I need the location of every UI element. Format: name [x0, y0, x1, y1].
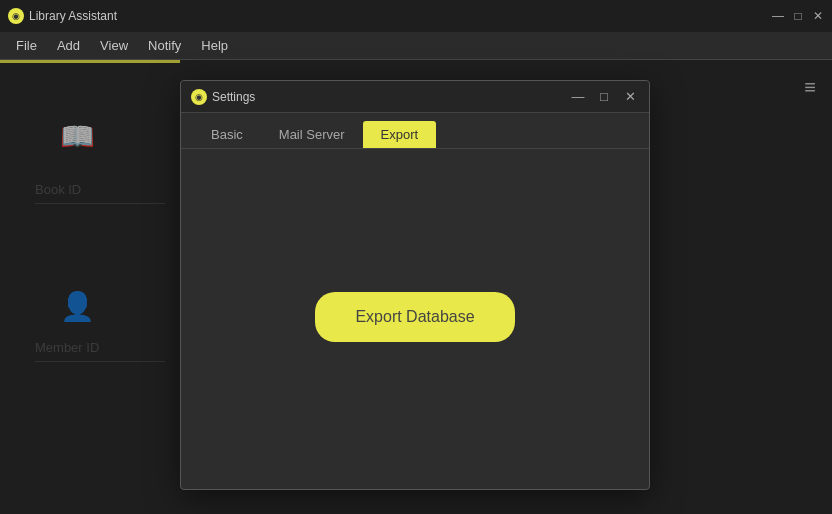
main-area: ≡ 📖 Book ID 👤 Member ID Issue ◉ Settings… [0, 60, 832, 514]
app-icon: ◉ [8, 8, 24, 24]
dialog-window-controls: — □ ✕ [569, 88, 639, 106]
dialog-title-bar: ◉ Settings — □ ✕ [181, 81, 649, 113]
close-button[interactable]: ✕ [812, 10, 824, 22]
tab-mail-server[interactable]: Mail Server [261, 121, 363, 148]
menu-file[interactable]: File [8, 36, 45, 55]
dialog-content: Export Database [181, 149, 649, 484]
dialog-close-button[interactable]: ✕ [621, 88, 639, 106]
dialog-maximize-button[interactable]: □ [595, 88, 613, 106]
menu-view[interactable]: View [92, 36, 136, 55]
dialog-app-icon: ◉ [191, 89, 207, 105]
dialog-tabs: Basic Mail Server Export [181, 113, 649, 149]
settings-dialog: ◉ Settings — □ ✕ Basic Mail Server Expor… [180, 80, 650, 490]
menu-bar: File Add View Notify Help [0, 32, 832, 60]
tab-basic[interactable]: Basic [193, 121, 261, 148]
export-database-button[interactable]: Export Database [315, 292, 514, 342]
dialog-title: Settings [212, 90, 569, 104]
menu-add[interactable]: Add [49, 36, 88, 55]
menu-notify[interactable]: Notify [140, 36, 189, 55]
window-controls: — □ ✕ [772, 10, 824, 22]
minimize-button[interactable]: — [772, 10, 784, 22]
maximize-button[interactable]: □ [792, 10, 804, 22]
app-title: Library Assistant [29, 9, 117, 23]
title-bar: ◉ Library Assistant — □ ✕ [0, 0, 832, 32]
tab-export[interactable]: Export [363, 121, 437, 148]
dialog-minimize-button[interactable]: — [569, 88, 587, 106]
menu-help[interactable]: Help [193, 36, 236, 55]
